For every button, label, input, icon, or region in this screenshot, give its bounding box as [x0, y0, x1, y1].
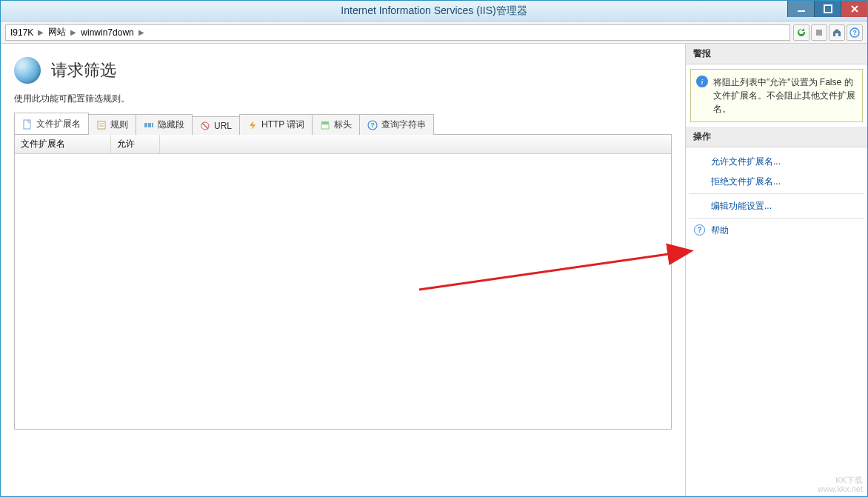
watermark-line1: KK下载 [818, 476, 863, 484]
action-label: 编辑功能设置... [711, 201, 772, 211]
chevron-right-icon[interactable]: ▶ [70, 28, 76, 36]
help-icon: ? [694, 224, 705, 236]
svg-rect-16 [321, 121, 329, 124]
table-header: 文件扩展名 允许 [15, 135, 671, 154]
tab-file-extensions[interactable]: 文件扩展名 [14, 113, 89, 134]
tab-label: 隐藏段 [158, 119, 184, 131]
tab-label: 标头 [334, 119, 352, 131]
action-allow-extension[interactable]: 允许文件扩展名... [689, 152, 864, 172]
svg-rect-0 [798, 10, 805, 12]
watermark-line2: www.kkx.net [818, 484, 863, 493]
minimize-icon [797, 4, 806, 13]
tab-label: 文件扩展名 [36, 118, 81, 130]
maximize-icon [824, 4, 832, 13]
tab-query-strings[interactable]: ? 查询字符串 [359, 114, 434, 135]
lightning-icon [247, 120, 258, 130]
tab-label: HTTP 谓词 [261, 119, 304, 131]
breadcrumb-item[interactable]: 网站 [48, 26, 66, 39]
col-allow[interactable]: 允许 [111, 135, 160, 153]
action-edit-feature-settings[interactable]: 编辑功能设置... [689, 196, 864, 219]
tab-rules[interactable]: 规则 [88, 114, 136, 135]
actions-sidebar: 警报 i 将阻止列表中"允许"设置为 False 的文件扩展名。不会阻止其他文件… [685, 44, 867, 496]
address-bar: I917K ▶ 网站 ▶ winwin7down ▶ ? [1, 21, 867, 44]
page-description: 使用此功能可配置筛选规则。 [14, 93, 672, 105]
tab-label: URL [214, 121, 232, 131]
home-button[interactable] [829, 24, 845, 41]
help-icon: ? [849, 27, 860, 38]
action-label: 允许文件扩展名... [711, 156, 781, 167]
alert-text: 将阻止列表中"允许"设置为 False 的文件扩展名。不会阻止其他文件扩展名。 [713, 77, 855, 114]
svg-rect-4 [816, 30, 822, 36]
actions-list: 允许文件扩展名... 拒绝文件扩展名... 编辑功能设置... ? 帮助 [686, 147, 867, 245]
action-help[interactable]: ? 帮助 [689, 221, 864, 241]
refresh-icon [796, 27, 807, 38]
tab-url[interactable]: URL [192, 116, 240, 135]
svg-rect-13 [152, 123, 153, 127]
action-deny-extension[interactable]: 拒绝文件扩展名... [689, 172, 864, 194]
svg-text:?: ? [852, 29, 857, 36]
action-label: 拒绝文件扩展名... [711, 176, 781, 187]
actions-heading: 操作 [686, 127, 867, 147]
globe-icon [14, 57, 41, 84]
svg-rect-17 [321, 124, 329, 129]
svg-rect-8 [98, 121, 105, 129]
info-icon: i [696, 76, 708, 87]
home-icon [832, 27, 842, 38]
breadcrumb[interactable]: I917K ▶ 网站 ▶ winwin7down ▶ [5, 24, 790, 41]
tab-hidden-segments[interactable]: 隐藏段 [136, 114, 193, 135]
close-button[interactable] [841, 1, 867, 17]
tab-label: 规则 [110, 119, 128, 131]
chevron-right-icon[interactable]: ▶ [138, 28, 144, 36]
action-label: 帮助 [711, 225, 729, 236]
url-icon [200, 121, 210, 131]
breadcrumb-item[interactable]: winwin7down [81, 27, 133, 38]
breadcrumb-item[interactable]: I917K [10, 27, 33, 38]
tab-headers[interactable]: 标头 [312, 114, 360, 135]
tab-http-verbs[interactable]: HTTP 谓词 [239, 114, 313, 135]
refresh-button[interactable] [793, 24, 809, 41]
rules-icon [96, 120, 107, 130]
tab-label: 查询字符串 [381, 119, 426, 131]
svg-rect-12 [148, 123, 151, 127]
hidden-icon [144, 120, 154, 130]
table-body-empty [15, 154, 671, 421]
window-buttons [787, 1, 867, 17]
body: 请求筛选 使用此功能可配置筛选规则。 文件扩展名 规则 隐藏段 [1, 44, 867, 496]
col-extension[interactable]: 文件扩展名 [15, 135, 111, 153]
extensions-table: 文件扩展名 允许 [14, 135, 672, 430]
alerts-heading: 警报 [686, 44, 867, 64]
iis-manager-window: Internet Information Services (IIS)管理器 I… [0, 0, 868, 497]
titlebar: Internet Information Services (IIS)管理器 [1, 1, 867, 21]
stop-icon [815, 28, 824, 37]
close-icon [850, 4, 859, 13]
svg-rect-11 [144, 123, 147, 127]
col-spacer [160, 135, 671, 153]
watermark: KK下载 www.kkx.net [818, 476, 863, 493]
svg-text:?: ? [371, 121, 375, 129]
main-panel: 请求筛选 使用此功能可配置筛选规则。 文件扩展名 规则 隐藏段 [1, 44, 685, 496]
minimize-button[interactable] [787, 1, 814, 17]
svg-rect-1 [824, 5, 832, 13]
query-icon: ? [367, 120, 378, 130]
alert-box: i 将阻止列表中"允许"设置为 False 的文件扩展名。不会阻止其他文件扩展名… [690, 69, 863, 122]
window-title: Internet Information Services (IIS)管理器 [341, 4, 527, 18]
maximize-button[interactable] [814, 1, 841, 17]
file-icon [22, 119, 33, 130]
chevron-right-icon[interactable]: ▶ [38, 28, 44, 36]
header-icon [320, 120, 330, 130]
page-title: 请求筛选 [51, 59, 116, 81]
main-header: 请求筛选 [14, 57, 672, 84]
tabs-bar: 文件扩展名 规则 隐藏段 URL HTTP 谓词 [14, 113, 672, 135]
toolbar-icons: ? [793, 24, 863, 41]
help-dropdown-button[interactable]: ? [847, 24, 863, 41]
svg-rect-7 [24, 120, 30, 129]
stop-button[interactable] [811, 24, 827, 41]
